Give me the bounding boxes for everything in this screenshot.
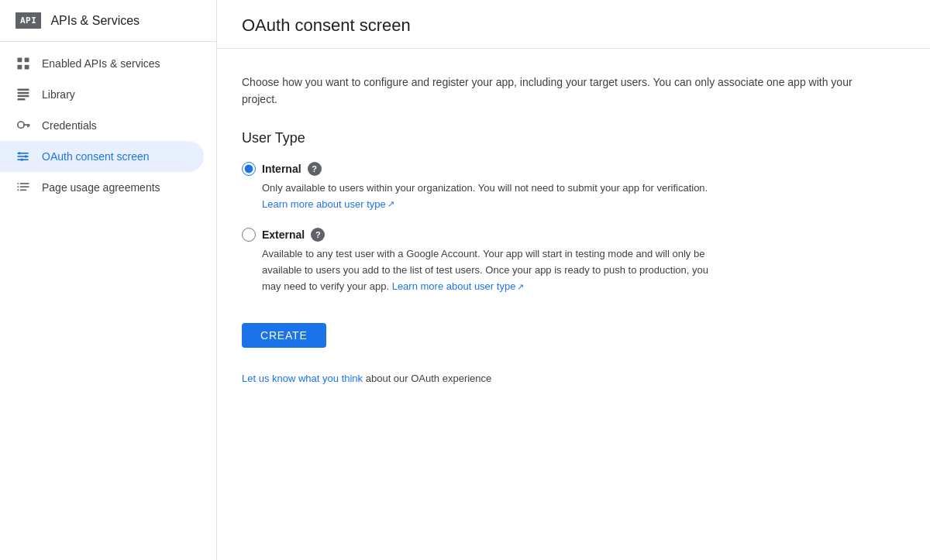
sidebar-item-label: Enabled APIs & services — [42, 57, 160, 70]
svg-rect-6 — [18, 95, 29, 98]
create-button[interactable]: CREATE — [242, 323, 326, 348]
external-description: Available to any test user with a Google… — [262, 246, 711, 294]
sidebar-item-label: Credentials — [42, 119, 97, 132]
key-icon — [16, 118, 31, 133]
sidebar-item-label: OAuth consent screen — [42, 150, 150, 163]
svg-rect-2 — [18, 65, 22, 70]
svg-rect-4 — [18, 89, 29, 91]
sidebar-item-enabled-apis[interactable]: Enabled APIs & services — [0, 48, 204, 79]
svg-rect-19 — [20, 183, 29, 184]
external-label: External — [262, 228, 305, 241]
svg-rect-5 — [18, 92, 29, 94]
sidebar-nav: Enabled APIs & services Library — [0, 42, 216, 209]
sidebar-item-credentials[interactable]: Credentials — [0, 110, 204, 141]
api-logo: API — [16, 12, 41, 29]
svg-rect-1 — [25, 58, 29, 63]
svg-rect-3 — [25, 65, 29, 70]
page-header: OAuth consent screen — [217, 0, 930, 49]
main-content: OAuth consent screen Choose how you want… — [217, 0, 930, 560]
library-icon — [16, 87, 31, 102]
internal-option-header: Internal ? — [242, 162, 890, 176]
svg-rect-23 — [20, 190, 26, 191]
svg-rect-21 — [20, 186, 29, 187]
internal-learn-more-link[interactable]: Learn more about user type↗ — [262, 198, 394, 210]
section-title: User Type — [242, 130, 890, 146]
external-option-header: External ? — [242, 228, 890, 242]
internal-label: Internal — [262, 163, 301, 175]
user-type-options: Internal ? Only available to users withi… — [242, 162, 890, 295]
sidebar-item-label: Library — [42, 88, 75, 101]
external-help-icon[interactable]: ? — [311, 228, 325, 242]
sidebar-item-page-usage[interactable]: Page usage agreements — [0, 172, 204, 203]
internal-description: Only available to users within your orga… — [262, 180, 711, 213]
page-title: OAuth consent screen — [242, 15, 905, 36]
sidebar: API APIs & Services Enabled APIs & servi… — [0, 0, 217, 560]
grid-icon — [16, 56, 31, 71]
sidebar-title: APIs & Services — [50, 14, 140, 28]
svg-rect-18 — [18, 183, 19, 184]
external-learn-more-link[interactable]: Learn more about user type↗ — [392, 280, 525, 292]
tune-icon — [16, 149, 31, 164]
internal-help-icon[interactable]: ? — [308, 162, 322, 176]
svg-rect-7 — [18, 98, 26, 101]
sidebar-item-oauth-consent[interactable]: OAuth consent screen — [0, 141, 204, 172]
sidebar-item-library[interactable]: Library — [0, 79, 204, 110]
external-radio[interactable] — [242, 228, 256, 242]
sidebar-item-label: Page usage agreements — [42, 181, 160, 194]
content-area: Choose how you want to configure and reg… — [217, 49, 914, 409]
svg-rect-0 — [18, 58, 22, 63]
list-icon — [16, 180, 31, 195]
intro-text: Choose how you want to configure and reg… — [242, 74, 890, 108]
external-option-group: External ? Available to any test user wi… — [242, 228, 890, 294]
internal-radio[interactable] — [242, 162, 256, 176]
svg-rect-20 — [18, 186, 19, 187]
internal-option-group: Internal ? Only available to users withi… — [242, 162, 890, 213]
sidebar-header: API APIs & Services — [0, 0, 216, 42]
feedback-text: Let us know what you think about our OAu… — [242, 373, 890, 384]
svg-rect-22 — [18, 190, 19, 191]
feedback-link[interactable]: Let us know what you think — [242, 373, 363, 384]
